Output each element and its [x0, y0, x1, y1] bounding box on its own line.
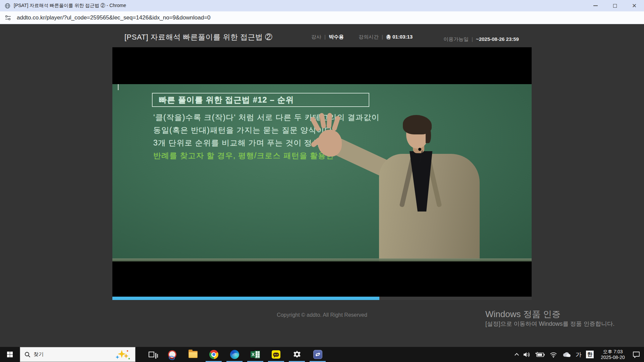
- taskbar-app-file-explorer[interactable]: [182, 347, 203, 362]
- instructor-label: 강사: [311, 34, 321, 40]
- chalkboard: 빠른 풀이를 위한 접근법 #12 – 순위 ‘클(작을)수록 크(작)다‘ 처…: [112, 84, 532, 261]
- availability-label: 이용가능일: [443, 36, 469, 43]
- windows-activation-watermark: Windows 정품 인증 [설정]으로 이동하여 Windows를 정품 인증…: [485, 309, 614, 328]
- globe-favicon-icon: [5, 3, 10, 9]
- taskbar-app-kakaotalk[interactable]: TALK: [266, 347, 286, 362]
- url-text[interactable]: addto.co.kr/player/?ul_code=259565&lec_s…: [17, 14, 211, 21]
- separator: |: [472, 36, 473, 42]
- tune-icon[interactable]: [4, 14, 12, 22]
- video-progress-fill[interactable]: [112, 297, 379, 300]
- system-tray: 가 한 오후 7:03 2025-08-20: [515, 347, 644, 362]
- lecture-title: [PSAT] 자료해석 빠른풀이를 위한 접근법 ②: [124, 32, 273, 42]
- lecture-meta: 강사 | 박수용 강의시간 | 총 01:03:13: [311, 34, 413, 40]
- kakaotalk-icon: TALK: [272, 350, 280, 359]
- microphone-icon: [418, 148, 421, 151]
- search-placeholder: 찾기: [34, 351, 44, 358]
- address-bar[interactable]: addto.co.kr/player/?ul_code=259565&lec_s…: [0, 11, 644, 24]
- person-finger: [319, 113, 326, 129]
- chalk-mark: [118, 84, 119, 90]
- edge-icon: [230, 350, 239, 359]
- person-finger: [326, 113, 332, 129]
- taskbar: 찾기 X TALK: [0, 347, 644, 362]
- ime-han-indicator[interactable]: 한: [586, 351, 594, 358]
- availability-value: ~2025-08-26 23:59: [476, 36, 519, 42]
- utility-app-icon: [167, 349, 177, 360]
- taskbar-app-utility[interactable]: [162, 347, 182, 362]
- chrome-icon: [209, 350, 218, 359]
- person-finger: [331, 115, 341, 131]
- chalk-tray: [112, 258, 532, 261]
- clock-time: 오후 7:03: [598, 349, 628, 355]
- person-hair: [426, 128, 431, 143]
- taskbar-app-edge[interactable]: [224, 347, 245, 362]
- duration-label: 강의시간: [359, 34, 379, 40]
- duration-value: 총 01:03:13: [386, 34, 413, 40]
- window-title: [PSAT] 자료해석 빠른풀이를 위한 접근법 ② - Chrome: [14, 3, 126, 9]
- watermark-line1: Windows 정품 인증: [485, 309, 614, 320]
- board-title-text: 빠른 풀이를 위한 접근법 #12 – 순위: [159, 95, 294, 105]
- windows-logo-icon: [7, 352, 13, 358]
- copilot-sparkle-icon: [115, 350, 130, 360]
- video-progress-bar[interactable]: [112, 297, 532, 300]
- availability-meta: 이용가능일 | ~2025-08-26 23:59: [443, 36, 519, 43]
- sync-app-icon: [313, 350, 322, 359]
- video-player[interactable]: 빠른 풀이를 위한 접근법 #12 – 순위 ‘클(작을)수록 크(작)다‘ 처…: [112, 47, 532, 300]
- minimize-icon: [593, 5, 598, 6]
- clock-date: 2025-08-20: [598, 355, 628, 360]
- person-hand: [318, 130, 342, 157]
- taskbar-clock[interactable]: 오후 7:03 2025-08-20: [598, 349, 628, 360]
- instructor-name: 박수용: [329, 34, 344, 40]
- excel-icon: X: [251, 350, 260, 359]
- taskbar-app-excel[interactable]: X: [245, 347, 266, 362]
- close-icon: ✕: [632, 3, 637, 9]
- gear-icon: [292, 350, 302, 359]
- watermark-line2: [설정]으로 이동하여 Windows를 정품 인증합니다.: [485, 320, 614, 328]
- start-button[interactable]: [0, 347, 20, 362]
- window-titlebar[interactable]: [PSAT] 자료해석 빠른풀이를 위한 접근법 ② - Chrome ✕: [0, 0, 644, 11]
- battery-icon[interactable]: [535, 351, 545, 358]
- minimize-button[interactable]: [586, 0, 605, 11]
- restore-button[interactable]: [605, 0, 625, 11]
- taskbar-app-chrome[interactable]: [203, 347, 224, 362]
- chevron-up-icon[interactable]: [515, 353, 519, 357]
- separator: |: [324, 34, 326, 40]
- wifi-icon[interactable]: [549, 351, 557, 358]
- onedrive-icon[interactable]: [562, 351, 571, 358]
- search-icon: [24, 351, 31, 358]
- instructor-person: [300, 101, 515, 261]
- task-view-button[interactable]: [141, 347, 162, 362]
- taskbar-search-input[interactable]: 찾기: [20, 347, 136, 362]
- task-view-icon: [149, 352, 154, 357]
- taskbar-app-sync[interactable]: [307, 347, 328, 362]
- person-finger: [310, 116, 321, 132]
- close-button[interactable]: ✕: [625, 0, 644, 11]
- volume-icon[interactable]: [523, 351, 531, 358]
- ime-a-indicator[interactable]: 가: [576, 351, 582, 359]
- file-explorer-icon: [189, 351, 198, 358]
- action-center-icon[interactable]: [632, 351, 641, 359]
- separator: |: [382, 34, 383, 40]
- taskbar-app-settings[interactable]: [286, 347, 307, 362]
- restore-icon: [613, 4, 617, 8]
